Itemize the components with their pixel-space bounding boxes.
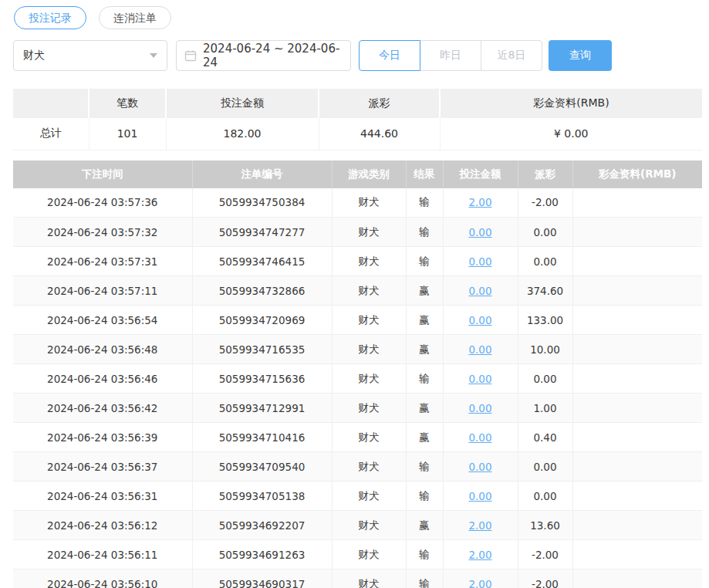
tab-cancelled-orders[interactable]: 连消注单 xyxy=(99,6,171,29)
bonus xyxy=(572,540,702,569)
result: 输 xyxy=(406,482,443,511)
table-row: 2024-06-24 03:56:31 5059934705138 财犬 输 0… xyxy=(13,482,702,511)
game-type: 财犬 xyxy=(332,569,406,588)
date-range-input[interactable]: 2024-06-24 ~ 2024-06-24 xyxy=(176,40,351,71)
game-type: 财犬 xyxy=(332,335,406,364)
result: 输 xyxy=(406,569,443,588)
payout: -2.00 xyxy=(518,569,572,588)
bet-amount-link[interactable]: 0.00 xyxy=(468,402,491,414)
bet-amount-cell: 0.00 xyxy=(443,423,518,452)
result: 输 xyxy=(406,452,443,482)
summary-total-row: 总计 101 182.00 444.60 ¥ 0.00 xyxy=(13,118,702,150)
bet-amount-link[interactable]: 0.00 xyxy=(468,373,491,385)
today-button[interactable]: 今日 xyxy=(359,40,420,71)
last-8-days-button[interactable]: 近8日 xyxy=(481,40,542,71)
order-number: 5059934746415 xyxy=(192,247,332,276)
payout: 13.60 xyxy=(518,511,572,540)
query-button[interactable]: 查询 xyxy=(549,40,612,71)
table-row: 2024-06-24 03:57:11 5059934732866 财犬 赢 0… xyxy=(13,276,702,306)
payout: 1.00 xyxy=(518,394,572,423)
bonus xyxy=(572,423,702,452)
summary-header-bonus: 彩金资料(RMB) xyxy=(440,89,702,118)
bet-time: 2024-06-24 03:57:11 xyxy=(13,276,192,306)
bonus xyxy=(572,276,702,306)
bet-amount-link[interactable]: 0.00 xyxy=(468,285,491,297)
bonus xyxy=(572,394,702,423)
order-number: 5059934732866 xyxy=(192,276,332,306)
bet-time: 2024-06-24 03:56:48 xyxy=(13,335,192,364)
bet-amount-link[interactable]: 2.00 xyxy=(468,519,491,532)
records-header-result: 结果 xyxy=(406,161,443,188)
payout: 0.40 xyxy=(518,423,572,452)
bonus xyxy=(572,335,702,364)
bet-amount-link[interactable]: 0.00 xyxy=(468,343,491,356)
bet-amount-link[interactable]: 2.00 xyxy=(468,549,491,561)
bet-amount-cell: 2.00 xyxy=(443,569,518,588)
table-row: 2024-06-24 03:56:12 5059934692207 财犬 赢 2… xyxy=(13,511,702,540)
bet-time: 2024-06-24 03:56:12 xyxy=(13,511,192,540)
order-number: 5059934750384 xyxy=(192,188,332,218)
summary-header-count: 笔数 xyxy=(89,89,166,118)
summary-header-row: 笔数 投注金额 派彩 彩金资料(RMB) xyxy=(13,89,702,118)
bet-amount-link[interactable]: 0.00 xyxy=(468,226,491,238)
bet-amount-cell: 0.00 xyxy=(443,394,518,423)
table-row: 2024-06-24 03:56:48 5059934716535 财犬 赢 0… xyxy=(13,335,702,364)
result: 赢 xyxy=(406,423,443,452)
payout: -2.00 xyxy=(518,540,572,569)
summary-total-label: 总计 xyxy=(13,118,89,150)
payout: -2.00 xyxy=(518,188,572,218)
bonus xyxy=(572,188,702,218)
bet-amount-link[interactable]: 0.00 xyxy=(468,255,491,268)
game-type: 财犬 xyxy=(332,394,406,423)
result: 赢 xyxy=(406,394,443,423)
game-type: 财犬 xyxy=(332,188,406,218)
result: 输 xyxy=(406,247,443,276)
bet-amount-link[interactable]: 2.00 xyxy=(468,196,491,208)
game-type: 财犬 xyxy=(332,511,406,540)
records-header-game: 游戏类别 xyxy=(332,161,406,188)
bonus xyxy=(572,306,702,335)
table-row: 2024-06-24 03:56:42 5059934712991 财犬 赢 0… xyxy=(13,394,702,423)
bet-amount-link[interactable]: 0.00 xyxy=(468,461,491,473)
order-number: 5059934690317 xyxy=(192,569,332,588)
bet-amount-cell: 0.00 xyxy=(443,364,518,394)
table-row: 2024-06-24 03:56:37 5059934709540 财犬 输 0… xyxy=(13,452,702,482)
bet-amount-cell: 0.00 xyxy=(443,247,518,276)
summary-total-count: 101 xyxy=(89,118,166,150)
calendar-icon xyxy=(184,49,197,62)
result: 赢 xyxy=(406,335,443,364)
records-header-bet: 投注金额 xyxy=(443,161,518,188)
bet-amount-cell: 0.00 xyxy=(443,335,518,364)
bet-time: 2024-06-24 03:56:42 xyxy=(13,394,192,423)
quick-date-group: 今日 昨日 近8日 xyxy=(359,40,542,71)
bet-time: 2024-06-24 03:56:10 xyxy=(13,569,192,588)
bet-time: 2024-06-24 03:56:31 xyxy=(13,482,192,511)
bet-amount-link[interactable]: 0.00 xyxy=(468,431,491,444)
result: 输 xyxy=(406,218,443,247)
summary-table: 笔数 投注金额 派彩 彩金资料(RMB) 总计 101 182.00 444.6… xyxy=(13,89,702,150)
tab-betting-records[interactable]: 投注记录 xyxy=(14,6,86,29)
bet-amount-link[interactable]: 0.00 xyxy=(468,490,491,502)
summary-total-payout: 444.60 xyxy=(319,118,440,150)
result: 输 xyxy=(406,540,443,569)
table-row: 2024-06-24 03:57:31 5059934746415 财犬 输 0… xyxy=(13,247,702,276)
result: 赢 xyxy=(406,306,443,335)
game-type: 财犬 xyxy=(332,423,406,452)
game-type: 财犬 xyxy=(332,540,406,569)
order-number: 5059934692207 xyxy=(192,511,332,540)
order-number: 5059934710416 xyxy=(192,423,332,452)
yesterday-button[interactable]: 昨日 xyxy=(420,40,481,71)
records-header-row: 下注时间 注单编号 游戏类别 结果 投注金额 派彩 彩金资料(RMB) xyxy=(13,161,702,188)
bet-amount-link[interactable]: 2.00 xyxy=(468,578,491,588)
bet-time: 2024-06-24 03:56:39 xyxy=(13,423,192,452)
game-type: 财犬 xyxy=(332,452,406,482)
result: 输 xyxy=(406,188,443,218)
bet-amount-link[interactable]: 0.00 xyxy=(468,314,491,326)
order-number: 5059934705138 xyxy=(192,482,332,511)
game-select[interactable]: 财犬 xyxy=(13,40,167,71)
bet-time: 2024-06-24 03:57:36 xyxy=(13,188,192,218)
date-range-value: 2024-06-24 ~ 2024-06-24 xyxy=(203,42,343,69)
order-number: 5059934691263 xyxy=(192,540,332,569)
payout: 10.00 xyxy=(518,335,572,364)
table-row: 2024-06-24 03:56:54 5059934720969 财犬 赢 0… xyxy=(13,306,702,335)
